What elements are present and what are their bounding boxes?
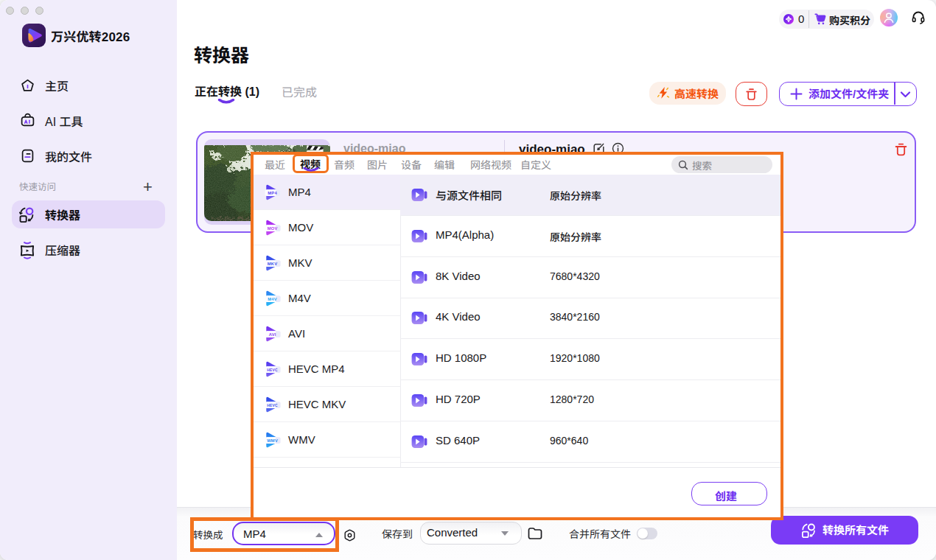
svg-text:WMV: WMV	[267, 438, 278, 443]
svg-text:MP4: MP4	[268, 191, 277, 195]
svg-text:AVI: AVI	[269, 332, 276, 337]
svg-text:M4V: M4V	[268, 297, 277, 301]
svg-text:MKV: MKV	[268, 262, 277, 266]
svg-text:HEVC: HEVC	[267, 403, 278, 407]
svg-text:HEVC: HEVC	[267, 368, 278, 372]
svg-text:MOV: MOV	[268, 226, 278, 231]
